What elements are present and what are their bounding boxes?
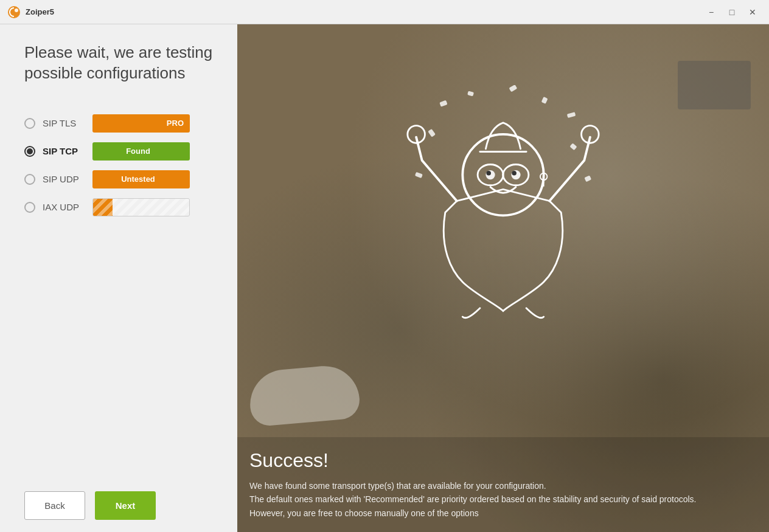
status-bar-sip-tcp: Found — [92, 142, 190, 161]
svg-rect-6 — [567, 112, 576, 118]
success-body: We have found some transport type(s) tha… — [249, 479, 751, 520]
radio-sip-tcp[interactable] — [24, 146, 35, 157]
svg-rect-9 — [415, 172, 423, 178]
protocol-label-iax-udp: IAX UDP — [43, 202, 85, 212]
left-panel: Please wait, we are testing possible con… — [0, 24, 237, 532]
protocols-list: SIP TLS PRO SIP TCP Found SIP UDP Untest… — [24, 114, 219, 216]
radio-sip-udp[interactable] — [24, 174, 35, 185]
svg-rect-5 — [541, 97, 548, 104]
status-bar-iax-udp — [92, 198, 190, 216]
svg-rect-4 — [509, 85, 518, 92]
right-text-area: Success! We have found some transport ty… — [237, 437, 769, 532]
svg-point-16 — [486, 171, 491, 176]
main-content: Please wait, we are testing possible con… — [0, 24, 769, 532]
app-title: Zoiper5 — [26, 7, 702, 16]
protocol-row-iax-udp: IAX UDP — [24, 198, 219, 216]
titlebar: Zoiper5 − □ ✕ — [0, 0, 769, 24]
app-logo — [7, 5, 21, 19]
mascot-area — [237, 36, 769, 377]
svg-point-1 — [15, 9, 18, 12]
window-controls: − □ ✕ — [702, 5, 762, 19]
right-panel: Success! We have found some transport ty… — [237, 24, 769, 532]
protocol-label-sip-tcp: SIP TCP — [43, 146, 85, 156]
minimize-button[interactable]: − — [702, 5, 720, 19]
radio-iax-udp[interactable] — [24, 202, 35, 213]
bottom-buttons: Back Next — [24, 479, 219, 520]
svg-rect-3 — [467, 91, 474, 97]
svg-rect-2 — [439, 100, 447, 107]
protocol-row-sip-udp: SIP UDP Untested — [24, 170, 219, 188]
success-title: Success! — [249, 449, 751, 472]
maximize-button[interactable]: □ — [723, 5, 741, 19]
back-button[interactable]: Back — [24, 491, 85, 520]
svg-rect-7 — [569, 143, 577, 150]
protocol-row-sip-tls: SIP TLS PRO — [24, 114, 219, 133]
mascot-svg — [400, 85, 607, 328]
next-button[interactable]: Next — [95, 491, 156, 520]
protocol-label-sip-tls: SIP TLS — [43, 118, 85, 128]
svg-point-17 — [512, 171, 517, 176]
protocol-row-sip-tcp: SIP TCP Found — [24, 142, 219, 161]
status-bar-sip-tls: PRO — [92, 114, 190, 133]
protocol-label-sip-udp: SIP UDP — [43, 174, 85, 184]
svg-rect-10 — [584, 175, 591, 182]
close-button[interactable]: ✕ — [743, 5, 762, 19]
svg-rect-8 — [428, 129, 436, 137]
panel-heading: Please wait, we are testing possible con… — [24, 43, 219, 84]
status-bar-sip-udp: Untested — [92, 170, 190, 188]
radio-sip-tls[interactable] — [24, 118, 35, 129]
